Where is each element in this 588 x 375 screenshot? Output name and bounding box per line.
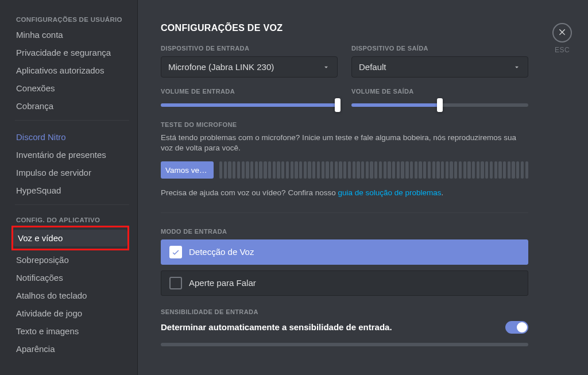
- troubleshoot-link[interactable]: guia de solução de problemas: [338, 188, 441, 197]
- output-device-select[interactable]: Default: [351, 56, 528, 78]
- sidebar-item-privacy[interactable]: Privacidade e segurança: [11, 44, 133, 61]
- chevron-down-icon: [513, 63, 521, 71]
- help-line: Precisa de ajuda com voz ou vídeo? Confi…: [161, 188, 528, 198]
- output-volume-slider[interactable]: [351, 100, 528, 111]
- sensitivity-label: Sensibilidade de entrada: [161, 308, 528, 315]
- section-divider: [161, 212, 528, 213]
- input-volume-label: Volume de entrada: [161, 88, 338, 95]
- sensitivity-meter: [161, 343, 528, 346]
- input-volume-slider[interactable]: [161, 100, 338, 111]
- sidebar-item-my-account[interactable]: Minha conta: [11, 26, 133, 43]
- sidebar-item-connections[interactable]: Conexões: [11, 80, 133, 96]
- settings-sidebar: Configurações de usuário Minha conta Pri…: [0, 0, 138, 375]
- checkbox-icon: [169, 277, 182, 289]
- sidebar-item-overlay[interactable]: Sobreposição: [11, 252, 133, 268]
- input-device-label: Dispositivo de entrada: [161, 45, 338, 52]
- chevron-down-icon: [322, 63, 330, 71]
- sidebar-item-appearance[interactable]: Aparência: [11, 341, 133, 357]
- esc-label: ESC: [555, 46, 570, 54]
- sidebar-item-server-boost[interactable]: Impulso de servidor: [11, 164, 133, 181]
- input-device-value: Microfone (Jabra LINK 230): [168, 62, 274, 72]
- input-device-select[interactable]: Microfone (Jabra LINK 230): [161, 56, 338, 78]
- sidebar-section-user-settings: Configurações de usuário: [11, 5, 137, 25]
- sidebar-item-hypesquad[interactable]: HypeSquad: [11, 182, 133, 199]
- mode-label: Detecção de Voz: [189, 247, 254, 257]
- sidebar-item-keybinds[interactable]: Atalhos do teclado: [11, 287, 133, 304]
- highlight-annotation: Voz e vídeo: [11, 226, 129, 250]
- mic-level-meter: [219, 161, 528, 179]
- output-device-value: Default: [359, 62, 386, 72]
- sidebar-item-text-images[interactable]: Texto e imagens: [11, 323, 133, 339]
- mic-test-button[interactable]: Vamos verif…: [161, 161, 214, 179]
- sidebar-item-billing[interactable]: Cobrança: [11, 98, 133, 114]
- auto-sensitivity-title: Determinar automaticamente a sensibilida…: [161, 322, 392, 332]
- auto-sensitivity-toggle[interactable]: [505, 321, 528, 334]
- output-device-label: Dispositivo de saída: [351, 45, 528, 52]
- mic-test-description: Está tendo problemas com o microfone? In…: [161, 133, 528, 153]
- close-icon: [558, 27, 567, 38]
- mode-label: Aperte para Falar: [189, 278, 256, 288]
- input-mode-label: Modo de entrada: [161, 228, 528, 235]
- sidebar-item-nitro[interactable]: Discord Nitro: [11, 129, 133, 145]
- input-mode-push-to-talk[interactable]: Aperte para Falar: [161, 270, 528, 296]
- sidebar-section-app-settings: Config. do aplicativo: [11, 205, 137, 226]
- output-volume-label: Volume de saída: [351, 88, 528, 95]
- checkbox-icon: [169, 246, 182, 258]
- close-settings: ESC: [552, 23, 572, 54]
- close-button[interactable]: [552, 23, 572, 42]
- settings-main-panel: ESC CONFIGURAÇÕES DE VOZ Dispositivo de …: [138, 0, 588, 375]
- sidebar-item-voice-video[interactable]: Voz e vídeo: [13, 230, 127, 246]
- input-mode-voice-activity[interactable]: Detecção de Voz: [161, 239, 528, 265]
- mic-test-label: Teste do microfone: [161, 121, 528, 128]
- sidebar-item-authorized-apps[interactable]: Aplicativos autorizados: [11, 62, 133, 79]
- sidebar-item-game-activity[interactable]: Atividade de jogo: [11, 305, 133, 322]
- sidebar-item-gift-inventory[interactable]: Inventário de presentes: [11, 146, 133, 163]
- page-title: CONFIGURAÇÕES DE VOZ: [161, 23, 528, 33]
- sidebar-item-notifications[interactable]: Notificações: [11, 269, 133, 286]
